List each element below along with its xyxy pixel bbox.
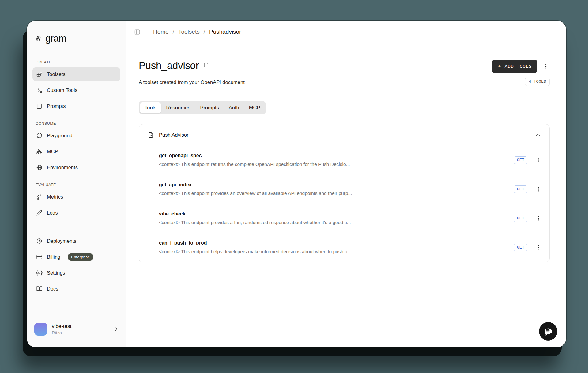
tool-description: <context> This endpoint helps developers…	[159, 249, 514, 254]
sidebar-item-prompts[interactable]: Prompts	[32, 99, 120, 113]
method-badge: GET	[514, 156, 527, 164]
breadcrumb-separator: /	[204, 29, 205, 35]
breadcrumb-current: Pushadvisor	[209, 29, 241, 35]
breadcrumb-home[interactable]: Home	[153, 29, 169, 35]
section-label-consume: CONSUME	[36, 121, 120, 126]
nav-item-label: Deployments	[47, 238, 76, 244]
tool-description: <context> This endpoint provides an over…	[159, 191, 514, 196]
toolset-card: Push Advisor get_openapi_spec <context> …	[139, 124, 550, 262]
tool-name: can_i_push_to_prod	[159, 240, 514, 246]
toolset-group-title: Push Advisor	[159, 132, 188, 138]
metrics-icon	[36, 194, 43, 200]
tab-resources[interactable]: Resources	[162, 102, 195, 113]
chat-widget-button[interactable]	[539, 322, 557, 341]
breadcrumb-bar: Home / Toolsets / Pushadvisor	[126, 21, 566, 43]
breadcrumb-toolsets[interactable]: Toolsets	[178, 29, 200, 35]
section-label-create: CREATE	[36, 60, 120, 64]
sidebar-section-admin: Deployments Billing Enterprise Settings …	[32, 234, 120, 295]
tool-row: can_i_push_to_prod <context> This endpoi…	[139, 233, 549, 262]
sidebar-item-toolsets[interactable]: Toolsets	[32, 67, 120, 81]
sidebar-item-mcp[interactable]: MCP	[32, 145, 120, 158]
docs-icon	[36, 286, 43, 292]
workspace-org: Ritza	[52, 330, 71, 335]
sidebar-section-create: CREATE Toolsets Custom Tools Prompts	[32, 60, 120, 113]
sidebar-item-playground[interactable]: Playground	[32, 129, 120, 142]
sidebar-item-environments[interactable]: Environments	[32, 161, 120, 174]
sidebar-item-deployments[interactable]: Deployments	[32, 234, 120, 248]
toolset-group-header[interactable]: Push Advisor	[139, 124, 549, 146]
chevrons-updown-icon	[113, 326, 119, 332]
main-panel: Home / Toolsets / Pushadvisor Push_advis…	[126, 21, 566, 347]
nav-item-label: MCP	[47, 149, 58, 154]
tool-name: get_openapi_spec	[159, 153, 514, 158]
breadcrumb-separator: /	[173, 29, 174, 35]
kebab-icon	[543, 63, 549, 69]
method-badge: GET	[514, 215, 527, 222]
sidebar-item-settings[interactable]: Settings	[32, 266, 120, 280]
nav-item-label: Custom Tools	[47, 87, 77, 93]
nav-item-label: Docs	[47, 286, 58, 292]
page-menu-button[interactable]	[542, 63, 550, 70]
tab-prompts[interactable]: Prompts	[195, 102, 223, 113]
billing-icon	[36, 254, 43, 260]
nav-item-label: Playground	[47, 133, 72, 139]
page-title: Push_advisor	[139, 60, 199, 71]
sidebar-item-metrics[interactable]: Metrics	[32, 190, 120, 204]
sidebar-item-logs[interactable]: Logs	[32, 206, 120, 219]
add-tools-label: ADD TOOLS	[505, 64, 532, 69]
workspace-avatar	[34, 323, 47, 336]
nav-item-label: Logs	[47, 210, 58, 216]
method-badge: GET	[514, 244, 527, 251]
nav-item-label: Environments	[47, 165, 78, 170]
sidebar-section-consume: CONSUME Playground MCP Environments	[32, 121, 120, 174]
divider	[147, 28, 147, 36]
nav-item-label: Metrics	[47, 194, 63, 200]
tab-mcp[interactable]: MCP	[244, 102, 265, 113]
page-subtitle: A toolset created from your OpenAPI docu…	[139, 79, 245, 85]
playground-icon	[36, 132, 43, 139]
workspace-switcher[interactable]: vibe-test Ritza	[32, 323, 120, 336]
sidebar-item-custom-tools[interactable]: Custom Tools	[32, 83, 120, 97]
tool-description: <context> This endpoint returns the comp…	[159, 162, 514, 167]
environments-icon	[36, 164, 43, 171]
tool-row: get_api_index <context> This endpoint pr…	[139, 175, 549, 204]
tab-auth[interactable]: Auth	[224, 102, 244, 113]
nav-item-label: Settings	[47, 270, 65, 276]
breadcrumb: Home / Toolsets / Pushadvisor	[153, 29, 241, 35]
tool-menu-button[interactable]	[535, 215, 541, 221]
tool-menu-button[interactable]	[535, 186, 541, 192]
deployments-icon	[36, 238, 43, 244]
mcp-icon	[36, 148, 43, 155]
custom-tools-icon	[36, 87, 43, 93]
sidebar-item-docs[interactable]: Docs	[32, 282, 120, 295]
sidebar: gram CREATE Toolsets Custom Tools Prompt…	[27, 21, 126, 347]
tools-count-badge: 4 TOOLS	[525, 78, 550, 86]
plus-icon: +	[498, 64, 501, 69]
toolsets-icon	[36, 71, 43, 78]
sidebar-section-evaluate: EVALUATE Metrics Logs	[32, 183, 120, 219]
sidebar-item-billing[interactable]: Billing Enterprise	[32, 250, 120, 264]
tool-name: vibe_check	[159, 211, 514, 217]
settings-icon	[36, 270, 43, 276]
logo-text: gram	[45, 33, 66, 44]
add-tools-button[interactable]: + ADD TOOLS	[492, 60, 537, 73]
chevron-up-icon[interactable]	[535, 132, 541, 138]
tool-menu-button[interactable]	[535, 157, 541, 163]
nav-item-label: Toolsets	[47, 71, 66, 77]
tab-tools[interactable]: Tools	[140, 102, 161, 113]
logs-icon	[36, 210, 43, 216]
tool-name: get_api_index	[159, 182, 514, 188]
page-content: Push_advisor A toolset created from your…	[126, 43, 566, 347]
sidebar-toggle-icon[interactable]	[134, 29, 141, 35]
method-badge: GET	[514, 185, 527, 193]
nav-item-label: Billing	[47, 254, 60, 260]
app-window: gram CREATE Toolsets Custom Tools Prompt…	[27, 21, 566, 347]
tool-menu-button[interactable]	[535, 244, 541, 250]
tool-description: <context> This endpoint provides a fun, …	[159, 220, 514, 225]
copy-icon[interactable]	[204, 63, 210, 69]
toolset-tabs: Tools Resources Prompts Auth MCP	[139, 101, 266, 114]
prompts-icon	[36, 103, 43, 109]
gram-logo-icon	[35, 36, 41, 42]
logo[interactable]: gram	[32, 33, 120, 44]
section-label-evaluate: EVALUATE	[36, 183, 120, 187]
